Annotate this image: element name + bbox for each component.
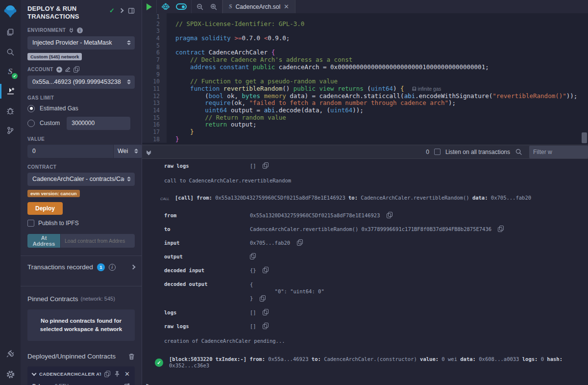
custom-gas-input[interactable] [67,117,130,130]
copy-account-icon[interactable] [74,66,79,72]
remix-ide: S ✓ DEPLOY & RUN TRANSACTIONS ✓ [0,0,588,385]
account-label: ACCOUNT + [27,67,135,73]
trash-icon[interactable] [128,353,135,360]
tab-cadencearch-sol[interactable]: S CadenceArch.sol ✕ [222,0,295,13]
search-icon[interactable] [0,42,21,62]
collapse-icon[interactable] [32,371,37,376]
line-number: 2 [142,21,167,28]
code-line: 16 return output; [142,121,588,128]
editor-scrollbar[interactable] [582,132,587,143]
deploy-run-icon[interactable] [0,81,21,101]
line-number: 16 [142,121,167,128]
terminal-kv-row: decoded output{ "0": "uint64: 0"} [142,277,588,306]
code-line: 11 function revertibleRandom() public vi… [142,85,588,93]
solidity-compiler-icon[interactable]: S ✓ [0,62,21,81]
edit-balance-icon[interactable] [124,383,130,385]
line-number: 18 [142,136,167,143]
zoom-in-icon[interactable] [210,3,218,11]
code-line: 6contract CadenceArchCaler { [142,49,588,56]
terminal-filter-input[interactable] [529,146,588,158]
terminal: 0 Listen on all transactions raw logs[] … [142,145,588,385]
terminal-search-icon[interactable] [515,148,522,155]
environment-info-icon[interactable]: i [77,27,83,33]
remix-logo-icon[interactable] [0,0,21,23]
copy-icon[interactable] [263,267,268,273]
terminal-block-row[interactable]: ✓[block:5033220 txIndex:-] from: 0x55a..… [142,349,588,376]
terminal-expand-icon[interactable] [147,150,150,154]
copy-icon[interactable] [260,295,265,301]
terminal-call-row[interactable]: CALL[call] from: 0x55a1320D432759960C5Df… [142,188,588,208]
tab-label: CadenceArch.sol [236,3,280,10]
code-line: 9 [142,71,588,78]
log-key: decoded input [164,267,250,273]
copy-icon[interactable] [498,226,503,231]
estimated-gas-label: Estimated Gas [40,105,78,112]
copy-icon[interactable] [263,323,268,329]
value-unit-select[interactable]: Wei [114,145,142,158]
panel-chevron-icon[interactable] [119,8,124,13]
select-arrows-icon [126,40,131,45]
line-number: 15 [142,114,167,122]
copy-address-icon[interactable] [104,371,110,377]
editor-toolbar: S CadenceArch.sol ✕ [142,0,588,13]
copy-icon[interactable] [387,212,392,218]
deploy-button[interactable]: Deploy [27,202,63,215]
listen-all-checkbox[interactable] [434,149,441,155]
transactions-info-icon[interactable]: i [109,264,116,271]
line-number: 1 [142,13,167,21]
value-input[interactable] [27,145,113,158]
settings-gear-icon[interactable] [0,363,21,385]
infinite-gas-annotation: infinite gas [412,86,441,92]
terminal-kv-row: raw logs[] [142,319,588,333]
contract-instance-title: CADENCEARCHCALER AT 0) [39,371,101,377]
at-address-button[interactable]: At Address [27,234,60,248]
transactions-expand-icon[interactable] [131,265,136,270]
file-explorer-icon[interactable] [0,23,21,42]
select-arrows-icon [134,149,138,154]
copy-icon[interactable] [250,253,255,259]
plugin-manager-icon[interactable] [0,344,21,363]
activity-bar: S ✓ [0,0,21,385]
terminal-prompt[interactable]: > [142,376,588,385]
copilot-toggle[interactable] [176,3,187,10]
panel-title: DEPLOY & RUN TRANSACTIONS [27,5,96,21]
plug-icon[interactable] [69,27,74,33]
pin-icon[interactable] [114,371,120,377]
debugger-icon[interactable] [0,101,21,121]
code-line: 18} [142,136,588,143]
zoom-out-icon[interactable] [196,3,204,11]
terminal-kv-row: raw logs[] [142,159,588,173]
code-editor[interactable]: 12// SPDX-License-Identifier: GPL-3.034p… [142,13,588,145]
terminal-log: raw logs[] call to CadenceArchCaler.reve… [142,159,588,385]
main-area: S CadenceArch.sol ✕ 12// SPDX-License-Id… [142,0,588,385]
copy-icon[interactable] [263,309,268,315]
publish-ipfs-checkbox[interactable] [27,220,34,227]
add-account-icon[interactable]: + [56,67,62,73]
estimated-gas-radio[interactable] [27,105,35,112]
remove-instance-icon[interactable]: ✕ [124,371,130,377]
account-select[interactable]: 0x55a...46923 (999.9999453238 [27,76,135,89]
code-line: 17 } [142,128,588,136]
contract-select[interactable]: CadenceArchCaler - contracts/Cac [27,173,135,186]
log-key: output [164,254,250,259]
call-tag: CALL [160,196,175,202]
terminal-kv-row: output [142,250,588,263]
value-label: VALUE [27,136,135,142]
custom-gas-radio[interactable] [27,120,35,127]
transactions-count-badge: 1 [97,263,105,271]
tab-close-icon[interactable]: ✕ [284,3,289,10]
transactions-recorded-row[interactable]: Transactions recorded 1 i [27,256,135,278]
run-script-icon[interactable] [147,3,152,10]
copy-icon[interactable] [297,239,302,245]
environment-select[interactable]: Injected Provider - MetaMask [27,36,135,50]
code-line: 13 require(ok, "failed to fetch a random… [142,100,588,107]
at-address-input[interactable] [61,234,135,248]
edit-account-icon[interactable] [65,67,71,72]
code-line: 14 uint64 output = abi.decode(data, (uin… [142,107,588,114]
log-key: to [164,226,250,232]
copy-icon[interactable] [263,162,268,168]
line-number: 8 [142,64,167,71]
ai-assistant-icon[interactable] [161,2,170,11]
git-icon[interactable] [0,121,21,140]
panel-pin-icon[interactable] [128,7,135,14]
